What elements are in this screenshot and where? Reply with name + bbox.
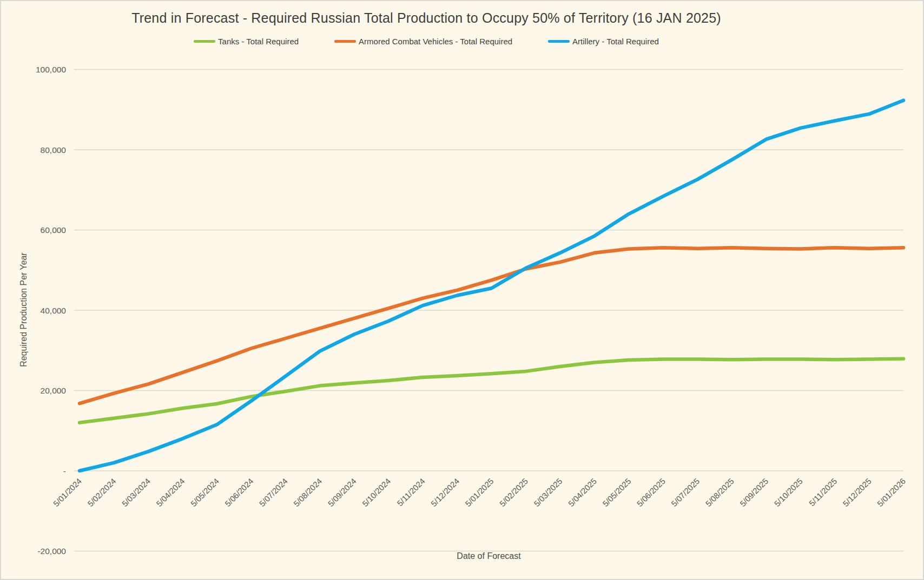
x-tick-label: 5/03/2024 (120, 476, 152, 508)
y-tick-label: - (63, 466, 66, 476)
x-tick-label: 5/04/2025 (566, 476, 598, 508)
x-tick-label: 5/12/2024 (429, 476, 461, 508)
x-tick-label: 5/12/2025 (841, 476, 873, 508)
x-tick-label: 5/01/2024 (51, 476, 83, 508)
plot-area: 100,00080,00060,00040,00020,000--20,0005… (1, 1, 924, 580)
x-tick-label: 5/08/2024 (292, 476, 324, 508)
y-tick-label: 20,000 (41, 386, 67, 395)
x-tick-label: 5/10/2024 (360, 476, 392, 508)
y-tick-label: 40,000 (41, 306, 67, 315)
x-tick-label: 5/03/2025 (532, 476, 564, 508)
x-tick-label: 5/02/2024 (85, 476, 117, 508)
x-tick-label: 5/09/2024 (326, 476, 358, 508)
x-tick-label: 5/05/2025 (600, 476, 632, 508)
series-line-2 (80, 101, 903, 471)
x-tick-label: 5/07/2025 (669, 476, 701, 508)
x-tick-label: 5/11/2024 (395, 476, 426, 508)
x-tick-label: 5/02/2025 (498, 476, 530, 508)
x-tick-label: 5/01/2026 (875, 476, 907, 508)
x-tick-label: 5/08/2025 (704, 476, 736, 508)
x-tick-label: 5/01/2025 (463, 476, 495, 508)
y-tick-label: 80,000 (41, 145, 67, 155)
x-tick-label: 5/04/2024 (154, 476, 186, 508)
x-tick-label: 5/07/2024 (258, 476, 289, 508)
x-tick-label: 5/09/2025 (738, 476, 770, 508)
y-tick-label: -20,000 (37, 546, 66, 556)
series-line-1 (80, 248, 903, 403)
x-tick-label: 5/06/2025 (635, 476, 667, 508)
y-axis-title: Required Production Per Year (19, 252, 29, 367)
x-tick-label: 5/06/2024 (223, 476, 255, 508)
x-tick-label: 5/11/2025 (807, 476, 839, 508)
y-tick-label: 60,000 (41, 225, 67, 235)
x-axis-title: Date of Forecast (74, 551, 903, 561)
y-tick-label: 100,000 (36, 65, 66, 74)
x-tick-label: 5/05/2024 (189, 476, 221, 508)
x-tick-label: 5/10/2025 (773, 476, 804, 508)
chart-container: Trend in Forecast - Required Russian Tot… (0, 0, 924, 580)
